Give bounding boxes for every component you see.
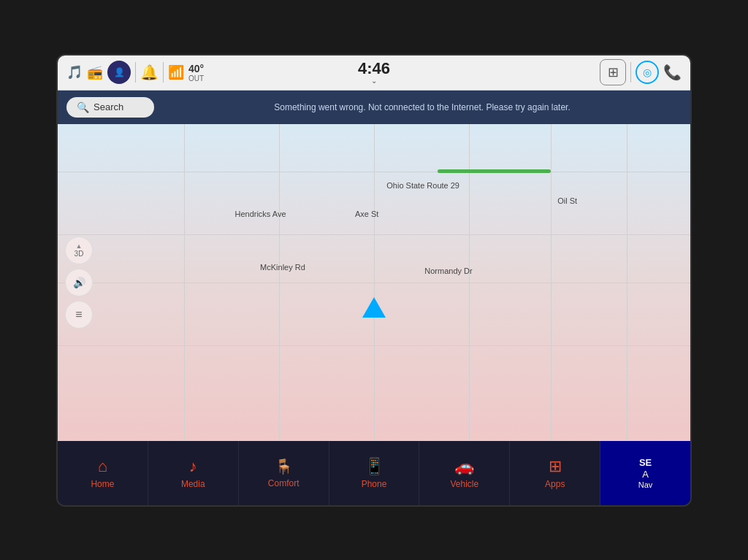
road-label-oil: Oil St bbox=[557, 196, 577, 205]
volume-button[interactable]: 🔊 bbox=[65, 269, 93, 296]
bell-icon[interactable]: 🔔 bbox=[140, 64, 159, 81]
nav-item-home[interactable]: ⌂ Home bbox=[58, 441, 148, 505]
road-label-axe: Axe St bbox=[355, 210, 378, 218]
comfort-label: Comfort bbox=[268, 478, 299, 488]
comfort-icon: 🪑 bbox=[275, 458, 293, 475]
phone-label: Phone bbox=[362, 479, 387, 489]
nav-item-comfort[interactable]: 🪑 Comfort bbox=[239, 441, 329, 505]
road-label-ohio: Ohio State Route 29 bbox=[386, 181, 459, 190]
radio-icon: 📻 bbox=[87, 64, 103, 80]
road-v6 bbox=[627, 124, 627, 441]
nav-item-nav[interactable]: SE A Nav bbox=[600, 441, 690, 505]
map-controls: ▲ 3D 🔊 ≡ bbox=[65, 237, 93, 329]
nav-item-vehicle[interactable]: 🚗 Vehicle bbox=[419, 441, 510, 505]
compass-a: A bbox=[642, 469, 649, 480]
divider2 bbox=[163, 62, 164, 83]
road-v1 bbox=[184, 124, 185, 441]
highlighted-road bbox=[438, 169, 552, 173]
wifi-icon: 📶 bbox=[168, 64, 184, 80]
road-v2 bbox=[279, 124, 280, 441]
music-icon: 🎵 bbox=[66, 64, 83, 80]
map-area: Hendricks Ave Axe St Ohio State Route 29… bbox=[58, 124, 690, 441]
search-icon: 🔍 bbox=[77, 101, 89, 113]
vehicle-icon: 🚗 bbox=[454, 457, 474, 476]
notification-message: Something went wrong. Not connected to t… bbox=[274, 102, 570, 112]
profile-icon[interactable]: 👤 bbox=[107, 61, 131, 84]
search-button[interactable]: 🔍 Search bbox=[66, 97, 154, 118]
main-screen: 🎵 📻 👤 🔔 📶 40° OUT 4:46 ⌄ bbox=[56, 54, 692, 507]
nav-label: Nav bbox=[638, 480, 653, 489]
road-v3 bbox=[374, 124, 375, 441]
nav-item-phone[interactable]: 📱 Phone bbox=[329, 441, 420, 505]
status-left-icons: 🎵 📻 👤 🔔 📶 40° OUT bbox=[66, 61, 204, 84]
road-v5 bbox=[551, 124, 552, 441]
divider1 bbox=[135, 62, 136, 83]
3d-button[interactable]: ▲ 3D bbox=[65, 237, 93, 264]
notification-text: Something went wrong. Not connected to t… bbox=[163, 101, 682, 112]
assistant-button[interactable]: ◎ bbox=[636, 61, 659, 84]
phone-nav-icon: 📱 bbox=[365, 457, 384, 476]
clock-time: 4:46 bbox=[358, 61, 390, 77]
map-grid bbox=[58, 124, 690, 441]
status-bar: 🎵 📻 👤 🔔 📶 40° OUT 4:46 ⌄ bbox=[58, 55, 690, 91]
compass-se: SE bbox=[639, 457, 652, 468]
divider3 bbox=[630, 62, 631, 83]
apps-label: Apps bbox=[545, 479, 565, 489]
search-banner: 🔍 Search Something went wrong. Not conne… bbox=[58, 91, 690, 124]
menu-button[interactable]: ≡ bbox=[65, 301, 93, 329]
grid-button[interactable]: ⊞ bbox=[600, 59, 626, 85]
temperature-display: 40° OUT bbox=[188, 63, 204, 83]
time-area: 4:46 ⌄ bbox=[358, 61, 390, 85]
nav-item-media[interactable]: ♪ Media bbox=[148, 441, 239, 505]
nav-item-apps[interactable]: ⊞ Apps bbox=[510, 441, 600, 505]
phone-icon[interactable]: 📞 bbox=[663, 64, 682, 81]
home-icon: ⌂ bbox=[98, 457, 107, 476]
status-right-icons: ⊞ ◎ 📞 bbox=[600, 59, 682, 85]
temperature-label: OUT bbox=[188, 74, 204, 83]
compass-display: SE A Nav bbox=[638, 457, 653, 489]
apps-icon: ⊞ bbox=[549, 457, 562, 476]
road-label-normandy: Normandy Dr bbox=[424, 266, 472, 275]
temperature-value: 40° bbox=[188, 63, 204, 74]
bottom-nav: ⌂ Home ♪ Media 🪑 Comfort 📱 Phone 🚗 Vehic… bbox=[58, 441, 690, 505]
vehicle-label: Vehicle bbox=[451, 479, 479, 489]
search-label: Search bbox=[94, 101, 123, 112]
home-label: Home bbox=[91, 479, 114, 489]
road-label-mckinley: McKinley Rd bbox=[260, 263, 305, 272]
media-icon: ♪ bbox=[189, 457, 197, 476]
clock-display: 4:46 ⌄ bbox=[358, 61, 390, 85]
vehicle-position bbox=[362, 297, 386, 318]
time-chevron: ⌄ bbox=[371, 77, 377, 85]
media-label: Media bbox=[181, 479, 205, 489]
road-label-hendricks: Hendricks Ave bbox=[234, 210, 286, 218]
